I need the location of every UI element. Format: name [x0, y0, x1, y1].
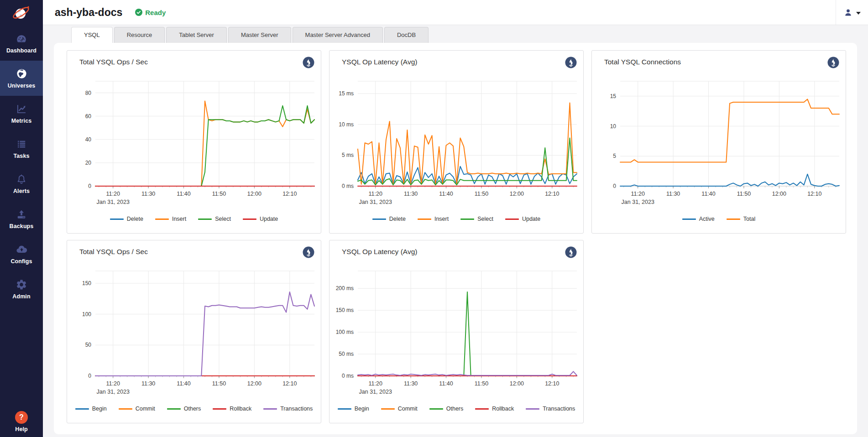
sidebar-item-label: Admin	[12, 293, 30, 300]
legend-item[interactable]: Total	[727, 216, 755, 222]
legend-line-swatch	[429, 408, 443, 410]
line-chart: 0 ms50 ms100 ms150 ms200 ms11:2011:3011:…	[329, 260, 583, 399]
svg-text:11:20: 11:20	[631, 191, 645, 197]
sidebar-item-tasks[interactable]: Tasks	[0, 131, 43, 166]
prometheus-icon[interactable]	[303, 57, 314, 68]
legend-line-swatch	[505, 218, 519, 220]
prometheus-icon[interactable]	[565, 57, 577, 68]
check-circle-icon	[135, 9, 142, 16]
chart-title: Total YSQL Connections	[604, 58, 846, 70]
sidebar-item-backups[interactable]: Backups	[0, 201, 43, 236]
legend-item[interactable]: Delete	[110, 216, 143, 222]
chart-title: YSQL Op Latency (Avg)	[342, 248, 583, 260]
chart-card: Total YSQL Connections 05101511:2011:301…	[591, 50, 846, 234]
legend-label: Begin	[92, 406, 107, 412]
svg-text:5 ms: 5 ms	[342, 152, 354, 158]
legend-label: Total	[743, 216, 755, 222]
svg-text:0: 0	[88, 373, 91, 379]
sidebar-item-metrics[interactable]: Metrics	[0, 96, 43, 131]
legend-label: Others	[184, 406, 201, 412]
sidebar-item-help[interactable]: ? Help	[0, 411, 43, 432]
legend-item[interactable]: Select	[460, 216, 493, 222]
legend-item[interactable]: Insert	[155, 216, 186, 222]
user-menu[interactable]	[836, 0, 868, 25]
chart-card: YSQL Op Latency (Avg) 0 ms50 ms100 ms150…	[329, 240, 584, 423]
svg-text:Jan 31, 2023: Jan 31, 2023	[97, 389, 130, 395]
legend-line-swatch	[372, 218, 386, 220]
sidebar-item-admin[interactable]: Admin	[0, 271, 43, 307]
globe-icon	[16, 68, 28, 80]
yugabyte-logo[interactable]	[0, 0, 43, 26]
svg-text:40: 40	[85, 136, 92, 143]
svg-text:11:40: 11:40	[439, 380, 453, 387]
legend-label: Commit	[398, 406, 418, 412]
prometheus-icon[interactable]	[827, 57, 839, 68]
status-badge: Ready	[135, 9, 166, 16]
sidebar-item-alerts[interactable]: Alerts	[0, 166, 43, 201]
tab-tablet-server[interactable]: Tablet Server	[166, 27, 227, 43]
legend-line-swatch	[75, 408, 89, 410]
sidebar-item-label: Dashboard	[6, 47, 37, 54]
legend-item[interactable]: Update	[243, 216, 278, 222]
chart-card: YSQL Op Latency (Avg) 0 ms5 ms10 ms15 ms…	[329, 50, 584, 234]
legend-item[interactable]: Rollback	[213, 406, 251, 412]
legend-item[interactable]: Others	[429, 406, 464, 412]
charts-grid: Total YSQL Ops / Sec 02040608011:2011:30…	[67, 50, 847, 423]
line-chart: 02040608011:2011:3011:4011:5012:0012:10J…	[67, 70, 321, 209]
line-chart: 05010015011:2011:3011:4011:5012:0012:10J…	[67, 260, 321, 399]
svg-text:15: 15	[610, 93, 617, 99]
prometheus-icon[interactable]	[303, 246, 314, 258]
legend-label: Rollback	[492, 406, 514, 412]
tab-ysql[interactable]: YSQL	[71, 27, 113, 43]
cloud-upload-icon	[16, 243, 28, 255]
legend-label: Transactions	[280, 406, 313, 412]
sidebar-item-label: Help	[15, 426, 28, 432]
chart-legend: ActiveTotal	[592, 216, 846, 222]
svg-text:11:20: 11:20	[106, 191, 120, 197]
svg-text:11:30: 11:30	[404, 380, 418, 387]
legend-item[interactable]: Transactions	[263, 406, 313, 412]
tab-resource[interactable]: Resource	[114, 27, 165, 43]
legend-item[interactable]: Begin	[338, 406, 369, 412]
legend-item[interactable]: Begin	[75, 406, 107, 412]
svg-text:0 ms: 0 ms	[342, 183, 354, 189]
legend-label: Insert	[172, 216, 186, 222]
task-list-icon	[16, 138, 27, 150]
legend-item[interactable]: Rollback	[475, 406, 514, 412]
legend-label: Commit	[136, 406, 155, 412]
svg-text:15 ms: 15 ms	[339, 90, 354, 97]
legend-line-swatch	[110, 218, 124, 220]
tab-master-server-advanced[interactable]: Master Server Advanced	[293, 27, 383, 43]
tab-docdb[interactable]: DocDB	[384, 27, 429, 43]
legend-item[interactable]: Commit	[119, 406, 155, 412]
svg-text:150: 150	[82, 280, 91, 286]
tab-master-server[interactable]: Master Server	[228, 27, 291, 43]
sidebar-item-universes[interactable]: Universes	[0, 61, 43, 96]
sidebar-item-label: Backups	[10, 223, 34, 229]
legend-item[interactable]: Delete	[372, 216, 406, 222]
chart-card: Total YSQL Ops / Sec 02040608011:2011:30…	[67, 50, 321, 234]
legend-item[interactable]: Select	[198, 216, 231, 222]
question-icon: ?	[15, 411, 28, 424]
svg-text:11:30: 11:30	[141, 191, 155, 197]
prometheus-icon[interactable]	[565, 246, 577, 258]
legend-item[interactable]: Active	[682, 216, 715, 222]
svg-text:11:20: 11:20	[369, 191, 382, 197]
chart-legend: BeginCommitOthersRollbackTransactions	[329, 406, 583, 412]
sidebar-item-configs[interactable]: Configs	[0, 236, 43, 271]
svg-text:11:30: 11:30	[404, 191, 418, 197]
legend-label: Transactions	[543, 406, 575, 412]
legend-item[interactable]: Others	[167, 406, 201, 412]
legend-item[interactable]: Update	[505, 216, 540, 222]
sidebar-item-label: Metrics	[11, 118, 31, 124]
universe-header: ash-yba-docs Ready	[43, 0, 868, 25]
legend-label: Delete	[389, 216, 406, 222]
legend-item[interactable]: Insert	[418, 216, 449, 222]
svg-text:12:00: 12:00	[247, 191, 261, 197]
sidebar-item-dashboard[interactable]: Dashboard	[0, 26, 43, 61]
legend-line-swatch	[727, 218, 740, 220]
svg-text:12:00: 12:00	[510, 191, 524, 197]
legend-item[interactable]: Commit	[381, 406, 418, 412]
legend-line-swatch	[155, 218, 169, 220]
legend-item[interactable]: Transactions	[526, 406, 575, 412]
